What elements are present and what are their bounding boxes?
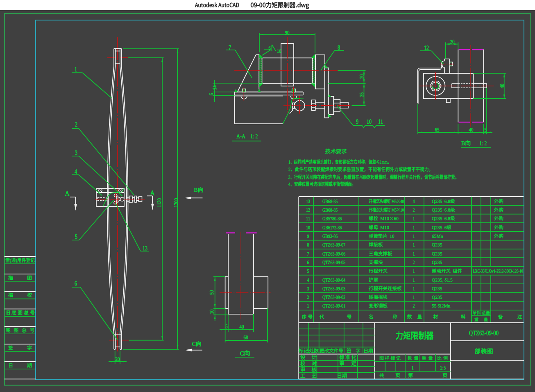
bom-row-13-seq: [306, 199, 310, 204]
c-dim-50: [209, 290, 214, 295]
tb-rev-count: [309, 348, 319, 353]
bom-row-11-material: [432, 216, 455, 221]
bom-row-11-remark: [494, 216, 503, 221]
bom-h-name: [369, 314, 397, 319]
bom-row-7-code: [322, 251, 345, 256]
balloon-2: [75, 121, 77, 127]
tb-check: [300, 361, 317, 366]
b-scale: [479, 140, 487, 146]
bom-row-13-qty: [413, 199, 415, 204]
c-dim-40: [239, 324, 244, 329]
b-dim-5: [484, 127, 487, 132]
b-dim-40: [469, 127, 473, 132]
bom-h-code: [320, 314, 351, 319]
bom-row-10-material: [432, 225, 451, 230]
bom-row-2-material: [432, 295, 442, 299]
b-balloon-12: [424, 44, 429, 51]
bom-row-5-material: [432, 268, 462, 273]
dim-1200: [173, 198, 179, 207]
bom-h-total: [482, 311, 490, 315]
app-title: [195, 2, 239, 8]
bom-row-12-seq: [306, 207, 310, 213]
bom-row-4-name: [369, 277, 378, 282]
bom-row-12-qty: [413, 207, 415, 213]
bom-row-10-seq: [306, 224, 310, 230]
aa-dim-90: [285, 29, 289, 35]
bom-row-5-qty: [413, 268, 415, 274]
bom-row-1-name: [369, 304, 388, 308]
aa-weld-16: [277, 48, 281, 54]
bom-row-9-remark: [494, 233, 503, 238]
tech-line-0: [288, 159, 391, 164]
bom-row-9-qty: [413, 233, 415, 239]
bom-row-1-material: [432, 304, 450, 308]
bom-row-9-material: [432, 233, 443, 238]
b-dim-65: [435, 127, 439, 132]
tech-line-3: [288, 181, 356, 186]
bom-row-4-qty: [413, 277, 415, 282]
bom-h-w2: [484, 317, 488, 322]
sidebar-label-4: [6, 328, 35, 333]
bom-row-3-material: [432, 286, 442, 291]
balloon-13: [143, 245, 147, 251]
bom-row-11-code: [322, 216, 342, 221]
balloon-6: [75, 280, 77, 286]
bom-row-6-name: [369, 260, 383, 265]
bom-row-13-name: [369, 199, 404, 204]
c-label: [240, 350, 250, 356]
tb-scale-value: [440, 365, 446, 370]
bom-row-11-name: [369, 216, 399, 221]
tb-approve: [339, 361, 356, 366]
tb-rev-date: [363, 348, 373, 353]
bom-row-9-name: [369, 233, 394, 238]
aa-dim-14: [212, 85, 218, 90]
bom-row-8-seq: [307, 242, 309, 247]
dim-1130: [156, 198, 162, 207]
b-dim-40-right: [499, 84, 505, 88]
bom-row-2-qty: [413, 295, 415, 300]
tb-title: [395, 331, 433, 340]
tb-pages-p2: [442, 373, 447, 378]
bom-row-10-name: [369, 225, 389, 230]
dir-label-c: [192, 341, 201, 347]
tb-standard: [339, 355, 356, 360]
c-dim-10: [209, 309, 214, 314]
bom-row-4-material: [432, 277, 453, 282]
tb-pages-no: [408, 373, 413, 378]
bom-row-2-name: [369, 295, 388, 299]
tb-qty-h: [408, 356, 419, 360]
bom-row-6-seq: [307, 260, 309, 265]
bom-row-4-seq: [307, 277, 309, 282]
aa-dim-35: [358, 92, 364, 97]
c-dim-5: [225, 323, 228, 329]
autocad-window: [0, 0, 535, 392]
tb-qty-value: [411, 365, 414, 370]
bom-row-13-code: [322, 199, 338, 204]
tb-pages-total: [379, 373, 384, 378]
bom-h-material: [433, 314, 465, 319]
bom-row-13-material: [432, 199, 455, 204]
sidebar-label-1: [8, 275, 32, 280]
tb-sheet-type: [475, 348, 493, 354]
tech-line-1: [288, 167, 433, 172]
bom-row-11-qty: [413, 216, 415, 221]
bom-row-3-name: [369, 286, 402, 291]
bom-row-6-material: [432, 260, 442, 265]
b-dim-20: [450, 39, 454, 44]
bom-row-12-material: [432, 207, 455, 212]
aa-balloon-7: [229, 44, 231, 50]
tech-title: [325, 148, 347, 154]
bom-row-3-code: [322, 286, 345, 291]
sidebar-label-3: [5, 310, 35, 315]
aa-balloon-10: [367, 118, 372, 125]
bom-row-5-name: [369, 268, 388, 273]
balloon-1: [75, 66, 77, 72]
bom-row-13-remark: [494, 199, 503, 204]
bom-row-7-seq: [307, 251, 309, 256]
aa-weld-6: [269, 45, 271, 50]
bom-row-8-material: [432, 242, 442, 247]
bom-h-qty: [407, 314, 422, 319]
balloon-3: [75, 149, 77, 156]
tb-weight-h: [422, 356, 433, 360]
sidebar-label-6: [8, 363, 32, 368]
